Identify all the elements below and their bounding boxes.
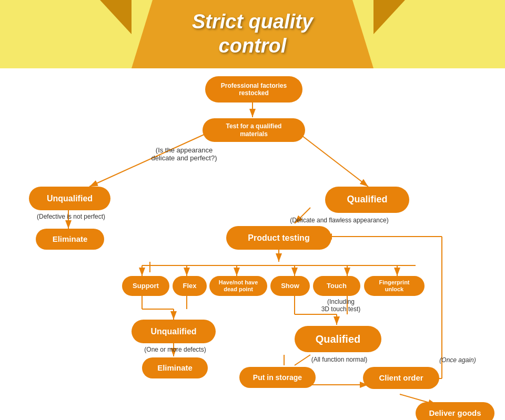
defective-label: (Defective is not perfect) xyxy=(16,213,126,220)
unqualified-2-node: Unqualified xyxy=(132,320,216,343)
put-in-storage-node: Put in storage xyxy=(239,367,316,388)
all-function-label: (All function normal) xyxy=(279,356,400,363)
dead-point-node: Have/not havedead point xyxy=(209,276,267,296)
prof-factories-node: Professional factories restocked xyxy=(205,76,302,103)
appearance-question-label: (Is the appearancedelicate and perfect?) xyxy=(132,146,237,162)
flowchart-diagram: Professional factories restocked Test fo… xyxy=(0,68,505,420)
header-left-decoration xyxy=(100,0,132,34)
touch-note-label: (Including3D touch test) xyxy=(312,298,370,313)
qualified-1-node: Qualified xyxy=(325,187,409,213)
header: Strict quality control xyxy=(0,0,505,68)
unqualified-1-node: Unqualified xyxy=(29,187,110,210)
qualified-2-node: Qualified xyxy=(295,326,381,352)
touch-node: Touch xyxy=(313,276,360,296)
header-right-decoration xyxy=(373,0,405,34)
test-qualified-node: Test for a qualifiedmaterials xyxy=(203,118,305,142)
flex-node: Flex xyxy=(173,276,207,296)
eliminate-1-node: Eliminate xyxy=(36,229,104,250)
delicate-label: (Delicate and flawless appearance) xyxy=(268,217,410,224)
fingerprint-node: Fingerprintunlock xyxy=(364,276,425,296)
product-testing-node: Product testing xyxy=(226,226,331,250)
svg-line-3 xyxy=(300,134,368,187)
page-title: Strict quality control xyxy=(192,10,313,58)
one-more-defects-label: (One or more defects) xyxy=(120,346,230,353)
deliver-goods-node: Deliver goods xyxy=(416,402,494,420)
show-node: Show xyxy=(270,276,310,296)
once-again-label: (Once again) xyxy=(431,356,484,364)
eliminate-2-node: Eliminate xyxy=(142,357,208,378)
support-node: Support xyxy=(122,276,169,296)
header-background: Strict quality control xyxy=(132,0,373,68)
client-order-node: Client order xyxy=(363,367,439,389)
